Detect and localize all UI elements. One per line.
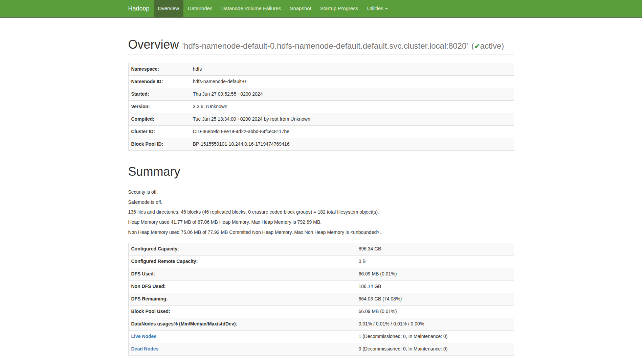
table-row-configured-remote-capacity: Configured Remote Capacity: 0 B (128, 256, 514, 268)
row-label: Live Nodes (128, 331, 356, 343)
caret-down-icon (385, 8, 388, 9)
non-heap-memory-text: Non Heap Memory used 75.06 MB of 77.92 M… (128, 229, 514, 236)
tab-datanodes[interactable]: Datanodes (183, 0, 217, 17)
live-nodes-link[interactable]: Live Nodes (131, 334, 157, 339)
status-paren-open: ( (471, 41, 474, 50)
summary-title: Summary (128, 165, 514, 178)
row-value: CID-368b9fc0-ee19-4d22-abbd-84fcec8117be (190, 126, 514, 138)
row-label: Block Pool ID: (128, 138, 190, 151)
dead-nodes-link[interactable]: Dead Nodes (131, 346, 159, 351)
tab-overview[interactable]: Overview (154, 0, 184, 17)
row-label: DFS Used: (128, 268, 356, 281)
filesystem-objects-text: 136 files and directories, 46 blocks (46… (128, 209, 514, 216)
summary-page-header: Summary (128, 165, 514, 182)
namenode-info-table: Namespace: hdfs Namenode ID: hdfs-nameno… (128, 63, 514, 151)
row-value: 1 (Decommissioned: 0, In Maintenance: 0) (356, 331, 514, 343)
summary-table: Configured Capacity: 896.34 GB Configure… (128, 243, 514, 356)
row-value: 66.09 MB (0.01%) (356, 268, 514, 281)
overview-page-header: Overview 'hdfs-namenode-default-0.hdfs-n… (128, 38, 514, 55)
heap-memory-text: Heap Memory used 41.77 MB of 87.06 MB He… (128, 219, 514, 226)
row-label: Namespace: (128, 63, 190, 76)
row-label: Compiled: (128, 113, 190, 126)
table-row-dfs-remaining: DFS Remaining: 664.03 GB (74.08%) (128, 293, 514, 306)
namenode-host-subtitle: 'hdfs-namenode-default-0.hdfs-namenode-d… (182, 41, 468, 50)
row-label: Dead Nodes (128, 343, 356, 356)
check-icon: ✔ (474, 42, 480, 50)
table-row-cluster-id: Cluster ID: CID-368b9fc0-ee19-4d22-abbd-… (128, 126, 514, 138)
row-label: Namenode ID: (128, 76, 190, 88)
main-content: Overview 'hdfs-namenode-default-0.hdfs-n… (123, 38, 519, 356)
table-row-block-pool-used: Block Pool Used: 66.09 MB (0.01%) (128, 306, 514, 318)
row-label: Started: (128, 88, 190, 101)
row-label: DFS Remaining: (128, 293, 356, 306)
row-value: 896.34 GB (356, 243, 514, 256)
tab-datanode-volume-failures[interactable]: Datanode Volume Failures (217, 0, 286, 17)
table-row-datanode-usages: DataNodes usages% (Min/Median/Max/stdDev… (128, 318, 514, 331)
brand-hadoop[interactable]: Hadoop (128, 0, 154, 17)
row-value: Tue Jun 25 13:34:00 +0200 2024 by root f… (190, 113, 514, 126)
row-label: Configured Capacity: (128, 243, 356, 256)
table-row-compiled: Compiled: Tue Jun 25 13:34:00 +0200 2024… (128, 113, 514, 126)
namenode-status: (✔active) (471, 41, 504, 50)
row-value: 186.14 GB (356, 281, 514, 293)
table-row-block-pool-id: Block Pool ID: BP-1515559101-10.244.0.16… (128, 138, 514, 151)
table-row-live-nodes: Live Nodes 1 (Decommissioned: 0, In Main… (128, 331, 514, 343)
row-value: Thu Jun 27 09:52:55 +0200 2024 (190, 88, 514, 101)
page-title: Overview 'hdfs-namenode-default-0.hdfs-n… (128, 38, 514, 51)
row-value: 66.09 MB (0.01%) (356, 306, 514, 318)
table-row-namenode-id: Namenode ID: hdfs-namenode-default-0 (128, 76, 514, 88)
row-value: 3.3.6, rUnknown (190, 101, 514, 113)
row-value: 0 B (356, 256, 514, 268)
table-row-dead-nodes: Dead Nodes 0 (Decommissioned: 0, In Main… (128, 343, 514, 356)
row-value: hdfs (190, 63, 514, 76)
row-value: 0.01% / 0.01% / 0.01% / 0.00% (356, 318, 514, 331)
table-row-started: Started: Thu Jun 27 09:52:55 +0200 2024 (128, 88, 514, 101)
status-paren-close: ) (501, 41, 504, 50)
row-label: Non DFS Used: (128, 281, 356, 293)
table-row-namespace: Namespace: hdfs (128, 63, 514, 76)
tab-startup-progress[interactable]: Startup Progress (316, 0, 363, 17)
page-title-text: Overview (128, 38, 179, 51)
safemode-status-text: Safemode is off. (128, 199, 514, 206)
table-row-non-dfs-used: Non DFS Used: 186.14 GB (128, 281, 514, 293)
row-value: 0 (Decommissioned: 0, In Maintenance: 0) (356, 343, 514, 356)
status-label: active (480, 41, 502, 50)
tab-snapshot[interactable]: Snapshot (285, 0, 315, 17)
dropdown-utilities-label: Utilities (367, 5, 383, 11)
table-row-configured-capacity: Configured Capacity: 896.34 GB (128, 243, 514, 256)
table-row-version: Version: 3.3.6, rUnknown (128, 101, 514, 113)
navbar-container: Hadoop Overview Datanodes Datanode Volum… (123, 0, 519, 17)
nav-menu: Overview Datanodes Datanode Volume Failu… (154, 0, 392, 17)
row-label: Block Pool Used: (128, 306, 356, 318)
security-status-text: Security is off. (128, 189, 514, 196)
row-value: hdfs-namenode-default-0 (190, 76, 514, 88)
row-label: Cluster ID: (128, 126, 190, 138)
row-label: Configured Remote Capacity: (128, 256, 356, 268)
row-label: Version: (128, 101, 190, 113)
row-value: BP-1515559101-10.244.0.16-1719474769416 (190, 138, 514, 151)
dropdown-utilities[interactable]: Utilities (362, 0, 392, 17)
navbar: Hadoop Overview Datanodes Datanode Volum… (0, 0, 642, 18)
row-value: 664.03 GB (74.08%) (356, 293, 514, 306)
row-label: DataNodes usages% (Min/Median/Max/stdDev… (128, 318, 356, 331)
summary-paragraphs: Security is off. Safemode is off. 136 fi… (128, 189, 514, 236)
table-row-dfs-used: DFS Used: 66.09 MB (0.01%) (128, 268, 514, 281)
